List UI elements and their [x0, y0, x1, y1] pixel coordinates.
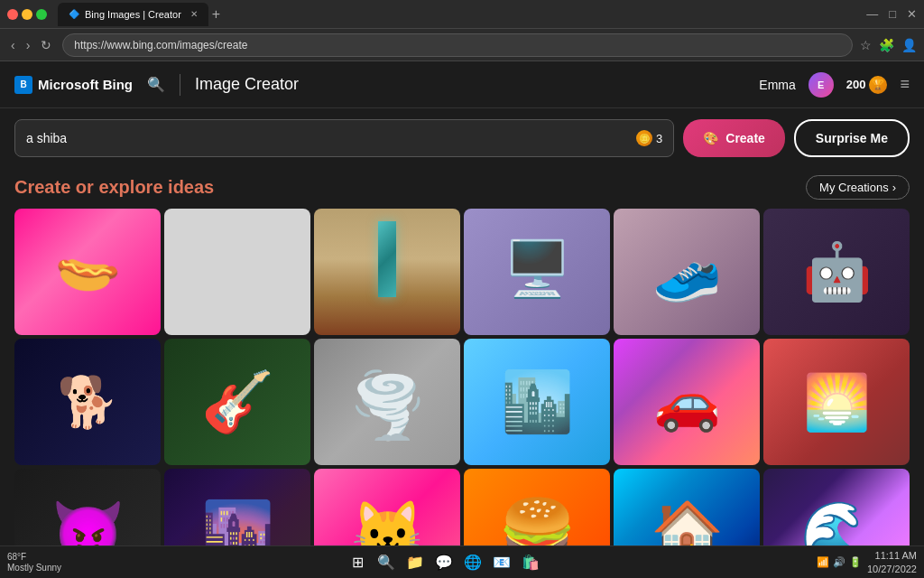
grid-item-computer[interactable]	[464, 209, 610, 335]
taskbar-start-icon[interactable]: ⊞	[345, 550, 370, 575]
gallery-suffix: ideas	[163, 177, 215, 197]
surprise-button[interactable]: Surprise Me	[794, 119, 910, 157]
close-icon[interactable]: ✕	[907, 7, 917, 21]
search-icon[interactable]: 🔍	[147, 76, 165, 93]
taskbar-store-icon[interactable]: 🛍️	[518, 550, 543, 575]
grid-item-catspace[interactable]	[14, 339, 161, 465]
menu-icon[interactable]: ≡	[900, 75, 910, 94]
bing-logo[interactable]: B Microsoft Bing	[14, 76, 133, 94]
grid-item-guitar[interactable]	[164, 339, 310, 465]
taskbar-edge-icon[interactable]: 🌐	[460, 550, 485, 575]
taskbar-mail-icon[interactable]: 📧	[489, 550, 514, 575]
maximize-window-button[interactable]	[36, 9, 47, 20]
taskbar-date-display: 10/27/2022	[867, 563, 917, 575]
app-container: B Microsoft Bing 🔍 Image Creator Emma E …	[0, 61, 924, 578]
browser-window-controls: — □ ✕	[866, 7, 917, 21]
minimize-window-button[interactable]	[22, 9, 32, 20]
taskbar-search-icon[interactable]: 🔍	[374, 550, 399, 575]
tab-bar: 🔷 Bing Images | Creator ✕ +	[58, 3, 861, 26]
tab-title: Bing Images | Creator	[85, 9, 181, 20]
coin-icon: 🏆	[869, 76, 887, 94]
address-bar-row: ‹ › ↻ ☆ 🧩 👤	[0, 29, 924, 61]
chevron-right-icon: ›	[892, 181, 896, 194]
new-tab-button[interactable]: +	[212, 6, 220, 23]
image-grid	[0, 209, 924, 578]
wifi-icon[interactable]: 📶	[817, 556, 829, 568]
taskbar-left: 68°F Mostly Sunny	[7, 552, 69, 573]
page-title: Image Creator	[195, 75, 299, 94]
bing-logo-icon: B	[14, 76, 32, 94]
close-window-button[interactable]	[7, 9, 18, 20]
avatar[interactable]: E	[808, 72, 834, 98]
battery-icon[interactable]: 🔋	[849, 556, 862, 568]
address-input[interactable]	[62, 33, 853, 57]
gallery-title: Create or explore ideas	[14, 177, 214, 198]
search-coin-count: 3	[656, 132, 662, 145]
tab-close-icon[interactable]: ✕	[190, 9, 198, 19]
active-tab[interactable]: 🔷 Bing Images | Creator ✕	[58, 3, 208, 26]
taskbar: 68°F Mostly Sunny ⊞ 🔍 📁 💬 🌐 📧 🛍️ 📶 🔊 🔋 1…	[0, 545, 924, 578]
header-right: Emma E 200 🏆 ≡	[759, 72, 910, 98]
grid-item-white[interactable]	[164, 209, 310, 335]
grid-item-monolith[interactable]	[314, 209, 460, 335]
my-creations-button[interactable]: My Creations ›	[806, 175, 910, 200]
create-label: Create	[725, 131, 765, 145]
create-icon: 🎨	[703, 131, 718, 145]
weather-condition: Mostly Sunny	[7, 563, 61, 573]
forward-button[interactable]: ›	[23, 36, 34, 54]
header-divider	[180, 74, 180, 96]
bing-logo-text: Microsoft Bing	[38, 77, 133, 92]
taskbar-time-display: 11:11 AM	[867, 549, 917, 562]
search-coin-badge: 🪙 3	[636, 130, 662, 146]
grid-item-hotdog[interactable]	[14, 209, 161, 335]
taskbar-chat-icon[interactable]: 💬	[431, 550, 457, 575]
user-name: Emma	[759, 78, 795, 92]
taskbar-weather: 68°F Mostly Sunny	[7, 552, 61, 573]
my-creations-label: My Creations	[819, 181, 889, 194]
taskbar-center: ⊞ 🔍 📁 💬 🌐 📧 🛍️	[76, 550, 813, 575]
grid-item-city[interactable]	[464, 339, 610, 465]
coins-count: 200	[846, 78, 866, 91]
extensions-icon[interactable]: 🧩	[879, 38, 894, 52]
favorites-icon[interactable]: ☆	[860, 38, 872, 52]
search-coin-icon: 🪙	[636, 130, 652, 146]
search-bar[interactable]: 🪙 3	[14, 119, 674, 157]
grid-item-tornado[interactable]	[314, 339, 460, 465]
volume-icon[interactable]: 🔊	[833, 556, 845, 568]
search-input[interactable]	[26, 131, 636, 145]
grid-item-sneaker[interactable]	[614, 209, 760, 335]
minimize-icon[interactable]: —	[866, 7, 878, 21]
grid-item-robot[interactable]	[763, 209, 910, 335]
weather-temp: 68°F	[7, 552, 61, 563]
profile-icon[interactable]: 👤	[901, 38, 917, 52]
back-button[interactable]: ‹	[7, 36, 19, 54]
taskbar-sys-icons: 📶 🔊 🔋	[817, 556, 862, 568]
taskbar-datetime[interactable]: 11:11 AM 10/27/2022	[867, 549, 917, 575]
navigation-buttons: ‹ › ↻	[7, 36, 55, 54]
taskbar-files-icon[interactable]: 📁	[402, 550, 428, 575]
address-icons: ☆ 🧩 👤	[860, 38, 917, 52]
gallery-prefix: Create or	[14, 177, 98, 197]
restore-icon[interactable]: □	[889, 7, 896, 21]
grid-item-desert-figure[interactable]	[763, 339, 910, 465]
create-button[interactable]: 🎨 Create	[683, 119, 785, 157]
search-section: 🪙 3 🎨 Create Surprise Me	[0, 108, 924, 168]
app-header: B Microsoft Bing 🔍 Image Creator Emma E …	[0, 61, 924, 108]
grid-item-delorean[interactable]	[614, 339, 760, 465]
taskbar-right: 📶 🔊 🔋 11:11 AM 10/27/2022	[817, 549, 917, 575]
coins-badge: 200 🏆	[846, 76, 888, 94]
tab-favicon-icon: 🔷	[69, 9, 79, 19]
window-controls[interactable]	[7, 9, 47, 20]
gallery-header: Create or explore ideas My Creations ›	[0, 168, 924, 209]
browser-chrome: 🔷 Bing Images | Creator ✕ + — □ ✕	[0, 0, 924, 29]
refresh-button[interactable]: ↻	[37, 36, 55, 54]
gallery-highlight: explore	[98, 177, 162, 197]
